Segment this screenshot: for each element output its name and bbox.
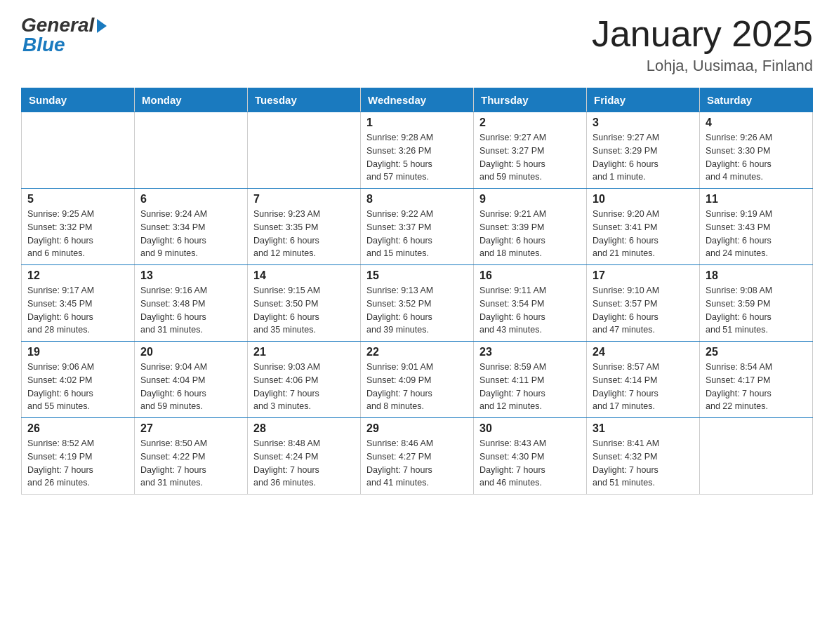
calendar-cell: 18Sunrise: 9:08 AMSunset: 3:59 PMDayligh… (700, 265, 813, 342)
calendar-cell: 29Sunrise: 8:46 AMSunset: 4:27 PMDayligh… (361, 418, 474, 495)
day-number: 22 (366, 346, 468, 358)
page-header: General Blue January 2025 Lohja, Uusimaa… (21, 14, 813, 75)
day-info: Sunrise: 9:04 AMSunset: 4:04 PMDaylight:… (140, 361, 241, 413)
calendar-header-saturday: Saturday (700, 88, 813, 112)
day-number: 14 (253, 269, 355, 282)
day-number: 13 (140, 269, 241, 282)
day-number: 25 (706, 346, 807, 358)
calendar-cell: 12Sunrise: 9:17 AMSunset: 3:45 PMDayligh… (22, 265, 135, 342)
day-number: 9 (479, 193, 581, 206)
day-info: Sunrise: 8:43 AMSunset: 4:30 PMDaylight:… (479, 437, 581, 490)
logo-blue-text: Blue (21, 34, 65, 56)
calendar-cell: 2Sunrise: 9:27 AMSunset: 3:27 PMDaylight… (474, 112, 587, 189)
calendar-cell: 9Sunrise: 9:21 AMSunset: 3:39 PMDaylight… (474, 189, 587, 265)
calendar-header-thursday: Thursday (474, 88, 587, 112)
calendar-cell: 26Sunrise: 8:52 AMSunset: 4:19 PMDayligh… (22, 418, 135, 495)
day-number: 24 (593, 346, 694, 358)
day-number: 17 (593, 269, 694, 282)
calendar-week-row: 26Sunrise: 8:52 AMSunset: 4:19 PMDayligh… (22, 418, 813, 495)
day-info: Sunrise: 9:08 AMSunset: 3:59 PMDaylight:… (706, 284, 807, 337)
day-number: 8 (366, 193, 468, 206)
calendar-cell (700, 418, 813, 495)
day-info: Sunrise: 9:11 AMSunset: 3:54 PMDaylight:… (479, 284, 581, 337)
day-number: 11 (706, 193, 807, 206)
calendar-table: SundayMondayTuesdayWednesdayThursdayFrid… (21, 88, 813, 495)
calendar-cell: 24Sunrise: 8:57 AMSunset: 4:14 PMDayligh… (587, 342, 700, 418)
day-number: 23 (479, 346, 581, 358)
calendar-cell: 6Sunrise: 9:24 AMSunset: 3:34 PMDaylight… (135, 189, 248, 265)
calendar-cell: 27Sunrise: 8:50 AMSunset: 4:22 PMDayligh… (135, 418, 248, 495)
calendar-cell: 22Sunrise: 9:01 AMSunset: 4:09 PMDayligh… (361, 342, 474, 418)
day-info: Sunrise: 8:52 AMSunset: 4:19 PMDaylight:… (27, 437, 128, 490)
day-info: Sunrise: 9:13 AMSunset: 3:52 PMDaylight:… (366, 284, 468, 337)
calendar-cell: 1Sunrise: 9:28 AMSunset: 3:26 PMDaylight… (361, 112, 474, 189)
title-block: January 2025 Lohja, Uusimaa, Finland (592, 14, 813, 75)
day-info: Sunrise: 8:41 AMSunset: 4:32 PMDaylight:… (593, 437, 694, 490)
calendar-header-monday: Monday (135, 88, 248, 112)
logo-arrow-icon (97, 19, 107, 33)
calendar-cell: 7Sunrise: 9:23 AMSunset: 3:35 PMDaylight… (248, 189, 361, 265)
calendar-cell: 13Sunrise: 9:16 AMSunset: 3:48 PMDayligh… (135, 265, 248, 342)
calendar-cell: 4Sunrise: 9:26 AMSunset: 3:30 PMDaylight… (700, 112, 813, 189)
day-number: 6 (140, 193, 241, 206)
day-info: Sunrise: 8:57 AMSunset: 4:14 PMDaylight:… (593, 361, 694, 413)
calendar-header-sunday: Sunday (22, 88, 135, 112)
day-info: Sunrise: 9:01 AMSunset: 4:09 PMDaylight:… (366, 361, 468, 413)
day-number: 29 (366, 422, 468, 435)
calendar-header-row: SundayMondayTuesdayWednesdayThursdayFrid… (22, 88, 813, 112)
calendar-cell: 21Sunrise: 9:03 AMSunset: 4:06 PMDayligh… (248, 342, 361, 418)
calendar-cell: 16Sunrise: 9:11 AMSunset: 3:54 PMDayligh… (474, 265, 587, 342)
day-info: Sunrise: 9:10 AMSunset: 3:57 PMDaylight:… (593, 284, 694, 337)
logo: General Blue (21, 14, 107, 56)
day-info: Sunrise: 9:16 AMSunset: 3:48 PMDaylight:… (140, 284, 241, 337)
calendar-cell: 15Sunrise: 9:13 AMSunset: 3:52 PMDayligh… (361, 265, 474, 342)
calendar-cell (22, 112, 135, 189)
calendar-cell: 28Sunrise: 8:48 AMSunset: 4:24 PMDayligh… (248, 418, 361, 495)
day-number: 20 (140, 346, 241, 358)
day-number: 4 (706, 116, 807, 129)
day-number: 10 (593, 193, 694, 206)
day-info: Sunrise: 9:17 AMSunset: 3:45 PMDaylight:… (27, 284, 128, 337)
day-info: Sunrise: 8:48 AMSunset: 4:24 PMDaylight:… (253, 437, 355, 490)
day-info: Sunrise: 9:22 AMSunset: 3:37 PMDaylight:… (366, 208, 468, 260)
calendar-cell: 8Sunrise: 9:22 AMSunset: 3:37 PMDaylight… (361, 189, 474, 265)
day-number: 31 (593, 422, 694, 435)
calendar-cell: 20Sunrise: 9:04 AMSunset: 4:04 PMDayligh… (135, 342, 248, 418)
day-info: Sunrise: 9:27 AMSunset: 3:27 PMDaylight:… (479, 131, 581, 184)
day-number: 12 (27, 269, 128, 282)
day-info: Sunrise: 9:23 AMSunset: 3:35 PMDaylight:… (253, 208, 355, 260)
calendar-week-row: 5Sunrise: 9:25 AMSunset: 3:32 PMDaylight… (22, 189, 813, 265)
day-info: Sunrise: 9:03 AMSunset: 4:06 PMDaylight:… (253, 361, 355, 413)
day-info: Sunrise: 8:46 AMSunset: 4:27 PMDaylight:… (366, 437, 468, 490)
calendar-cell: 11Sunrise: 9:19 AMSunset: 3:43 PMDayligh… (700, 189, 813, 265)
month-title: January 2025 (592, 14, 813, 54)
calendar-week-row: 12Sunrise: 9:17 AMSunset: 3:45 PMDayligh… (22, 265, 813, 342)
day-info: Sunrise: 9:15 AMSunset: 3:50 PMDaylight:… (253, 284, 355, 337)
calendar-week-row: 1Sunrise: 9:28 AMSunset: 3:26 PMDaylight… (22, 112, 813, 189)
day-number: 16 (479, 269, 581, 282)
calendar-cell: 14Sunrise: 9:15 AMSunset: 3:50 PMDayligh… (248, 265, 361, 342)
day-number: 19 (27, 346, 128, 358)
day-info: Sunrise: 8:59 AMSunset: 4:11 PMDaylight:… (479, 361, 581, 413)
day-info: Sunrise: 9:27 AMSunset: 3:29 PMDaylight:… (593, 131, 694, 184)
calendar-header-tuesday: Tuesday (248, 88, 361, 112)
day-info: Sunrise: 9:06 AMSunset: 4:02 PMDaylight:… (27, 361, 128, 413)
day-number: 30 (479, 422, 581, 435)
calendar-week-row: 19Sunrise: 9:06 AMSunset: 4:02 PMDayligh… (22, 342, 813, 418)
day-number: 21 (253, 346, 355, 358)
calendar-cell: 30Sunrise: 8:43 AMSunset: 4:30 PMDayligh… (474, 418, 587, 495)
day-info: Sunrise: 9:19 AMSunset: 3:43 PMDaylight:… (706, 208, 807, 260)
day-info: Sunrise: 9:21 AMSunset: 3:39 PMDaylight:… (479, 208, 581, 260)
day-number: 26 (27, 422, 128, 435)
day-number: 27 (140, 422, 241, 435)
day-info: Sunrise: 8:50 AMSunset: 4:22 PMDaylight:… (140, 437, 241, 490)
day-info: Sunrise: 8:54 AMSunset: 4:17 PMDaylight:… (706, 361, 807, 413)
calendar-cell (248, 112, 361, 189)
day-info: Sunrise: 9:28 AMSunset: 3:26 PMDaylight:… (366, 131, 468, 184)
day-number: 18 (706, 269, 807, 282)
calendar-cell: 10Sunrise: 9:20 AMSunset: 3:41 PMDayligh… (587, 189, 700, 265)
day-number: 28 (253, 422, 355, 435)
calendar-cell: 5Sunrise: 9:25 AMSunset: 3:32 PMDaylight… (22, 189, 135, 265)
day-number: 2 (479, 116, 581, 129)
calendar-cell: 23Sunrise: 8:59 AMSunset: 4:11 PMDayligh… (474, 342, 587, 418)
